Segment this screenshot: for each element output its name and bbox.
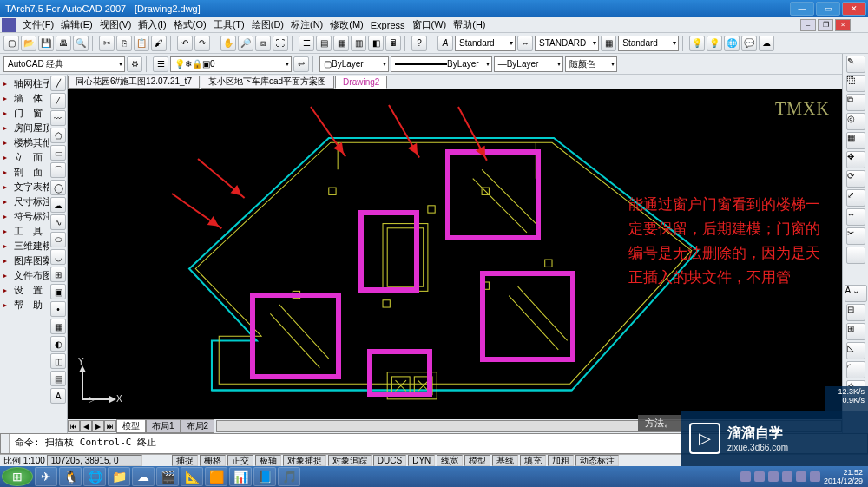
cmd-grip[interactable] (1, 434, 10, 453)
cut-icon[interactable]: ✂ (99, 36, 115, 51)
workspace-combo[interactable]: AutoCAD 经典 (3, 56, 125, 72)
menu-express[interactable]: Express (367, 20, 409, 30)
ellipse-icon[interactable]: ⬭ (50, 232, 66, 247)
tray-icon[interactable] (740, 471, 751, 482)
paste-icon[interactable]: 📋 (134, 36, 149, 51)
circle-icon[interactable]: ◯ (50, 180, 66, 195)
toolpal-icon[interactable]: ▦ (333, 36, 349, 51)
dimstyle-combo[interactable]: STANDARD (535, 36, 599, 51)
task-app-10[interactable]: 📘 (253, 467, 276, 486)
model-toggle[interactable]: 模型 (464, 455, 490, 466)
save-icon[interactable]: 💾 (38, 36, 54, 51)
start-button[interactable]: ⊞ (2, 467, 33, 486)
dcenter-icon[interactable]: ▤ (316, 36, 332, 51)
layermgr-icon[interactable]: ☰ (153, 56, 168, 72)
menu-tools[interactable]: 工具(T) (210, 18, 248, 31)
tray-icon[interactable] (782, 471, 792, 482)
task-app-1[interactable]: ✈ (35, 467, 57, 486)
calc-icon[interactable]: 🖩 (385, 36, 401, 51)
array-icon[interactable]: ▦ (846, 132, 865, 149)
color-combo[interactable]: ▢ ByLayer (319, 56, 389, 72)
erase-icon[interactable]: ✎ (846, 56, 865, 73)
model-canvas[interactable]: TMXK 能通过窗户门窗看到的楼梯一定要保留，后期建模；门窗的编号是无法删除的，… (68, 89, 842, 419)
task-app-11[interactable]: 🎵 (278, 467, 300, 486)
task-app-9[interactable]: 📊 (229, 467, 252, 486)
scale-icon[interactable]: ⤢ (846, 189, 865, 207)
copy-icon[interactable]: ⎘ (116, 36, 132, 51)
break-icon[interactable]: ⊟ (846, 304, 865, 321)
undo-icon[interactable]: ↶ (177, 36, 193, 51)
lwt-toggle[interactable]: 线宽 (437, 455, 463, 466)
chamfer-icon[interactable]: ◺ (846, 342, 865, 359)
file-tab-1[interactable]: 同心花园6#施工图12.07.21_t7 (68, 76, 200, 89)
zoomwin-icon[interactable]: ⧈ (255, 36, 271, 51)
maximize-button[interactable]: ▭ (816, 2, 840, 16)
trim-icon[interactable]: ✂ (846, 227, 865, 245)
close-button[interactable]: ✕ (842, 2, 866, 16)
poly-icon[interactable]: ⬠ (50, 128, 66, 143)
offset-icon[interactable]: ◎ (846, 113, 865, 130)
grad-icon[interactable]: ◐ (50, 336, 66, 352)
match-icon[interactable]: 🖌 (151, 36, 167, 51)
props-icon[interactable]: ☰ (299, 36, 314, 51)
fillet-icon[interactable]: ◜ (846, 361, 865, 378)
print-icon[interactable]: 🖶 (56, 36, 71, 51)
tray-icon[interactable] (810, 471, 820, 482)
rect-icon[interactable]: ▭ (50, 145, 66, 161)
cloud-icon[interactable]: ☁ (50, 197, 66, 213)
sheet-layout2[interactable]: 布局2 (181, 419, 215, 433)
menu-dim[interactable]: 标注(N) (287, 18, 326, 31)
grid-toggle[interactable]: 栅格 (200, 455, 226, 466)
otrack-toggle[interactable]: 对象追踪 (328, 455, 372, 466)
markup-icon[interactable]: ◧ (368, 36, 384, 51)
tab-last[interactable]: ⏭ (104, 420, 116, 432)
task-app-5[interactable]: ☁ (132, 467, 155, 486)
hatch-icon[interactable]: ▦ (50, 319, 66, 334)
globe-icon[interactable]: 🌐 (724, 36, 740, 51)
mdi-close[interactable]: × (835, 19, 851, 31)
textstyle-icon[interactable]: A (437, 36, 453, 51)
block-icon[interactable]: ▣ (50, 284, 66, 299)
zoom-icon[interactable]: 🔎 (238, 36, 253, 51)
preview-icon[interactable]: 🔍 (73, 36, 89, 51)
mtext-icon[interactable]: A (50, 388, 66, 404)
menu-format[interactable]: 格式(O) (170, 18, 210, 31)
new-icon[interactable]: ▢ (3, 36, 19, 51)
snap-toggle[interactable]: 捕捉 (172, 455, 198, 466)
task-app-4[interactable]: 📁 (108, 467, 130, 486)
lineweight-combo[interactable]: — ByLayer (494, 56, 563, 72)
rotate-icon[interactable]: ⟳ (846, 170, 865, 188)
bold-toggle[interactable]: 加粗 (548, 455, 574, 466)
ws-settings-icon[interactable]: ⚙ (127, 56, 142, 72)
menu-edit[interactable]: 编辑(E) (57, 18, 96, 31)
layerprev-icon[interactable]: ↩ (293, 56, 309, 72)
tray-icon[interactable] (796, 471, 806, 482)
menu-help[interactable]: 帮助(H) (450, 18, 489, 31)
tab-first[interactable]: ⏮ (68, 420, 80, 432)
move-icon[interactable]: ✥ (846, 151, 865, 168)
task-app-8[interactable]: 🟧 (205, 467, 227, 486)
join-icon[interactable]: ⊞ (846, 323, 865, 340)
base-toggle[interactable]: 基线 (492, 455, 518, 466)
linetype-combo[interactable]: ByLayer (391, 56, 492, 72)
comm-icon[interactable]: 💬 (741, 36, 757, 51)
pline-icon[interactable]: 〰 (50, 110, 66, 126)
tab-prev[interactable]: ◀ (80, 420, 92, 432)
menu-window[interactable]: 窗口(W) (409, 18, 450, 31)
bulb1-icon[interactable]: 💡 (689, 36, 705, 51)
menu-view[interactable]: 视图(V) (96, 18, 135, 31)
file-tab-3[interactable]: Drawing2 (335, 76, 387, 89)
spline-icon[interactable]: ∿ (50, 214, 66, 230)
earc-icon[interactable]: ◡ (50, 249, 66, 265)
redo-icon[interactable]: ↷ (194, 36, 210, 51)
textstyle-combo[interactable]: Standard (455, 36, 516, 51)
task-app-7[interactable]: 📐 (181, 467, 203, 486)
dyn-toggle[interactable]: DYN (408, 455, 435, 466)
help-icon[interactable]: ? (411, 36, 427, 51)
osnap-toggle[interactable]: 对象捕捉 (283, 455, 326, 466)
cline-icon[interactable]: ∕ (50, 93, 66, 109)
dyndim-toggle[interactable]: 动态标注 (575, 455, 619, 466)
point-icon[interactable]: • (50, 301, 66, 317)
menu-file[interactable]: 文件(F) (19, 18, 57, 31)
mdi-restore[interactable]: ❐ (818, 19, 833, 31)
